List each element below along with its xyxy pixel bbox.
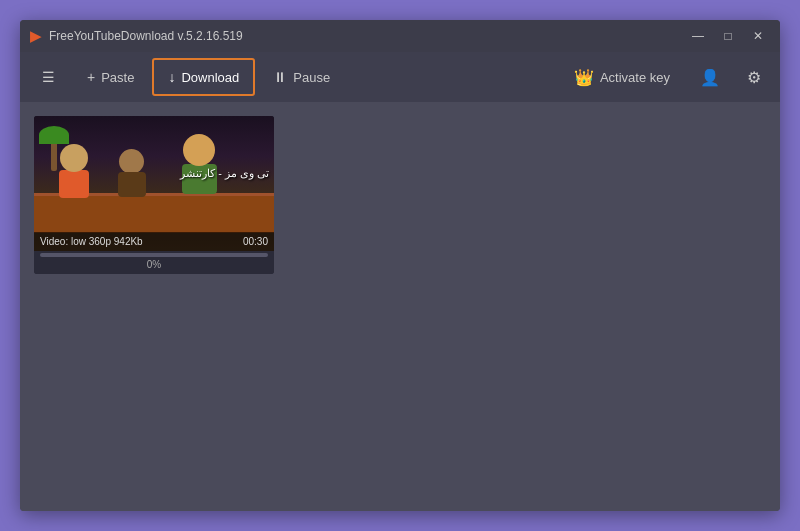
download-icon: ↓ bbox=[168, 69, 175, 85]
toolbar-right: 👑 Activate key 👤 ⚙ bbox=[560, 58, 772, 96]
title-bar: ▶ FreeYouTubeDownload v.5.2.16.519 — □ ✕ bbox=[20, 20, 780, 52]
download-label: Download bbox=[181, 70, 239, 85]
download-button[interactable]: ↓ Download bbox=[152, 58, 255, 96]
progress-container: 0% bbox=[34, 251, 274, 274]
account-button[interactable]: 👤 bbox=[692, 59, 728, 95]
arabic-text-overlay: تی وی مز - کارتنشر bbox=[180, 166, 269, 181]
video-card: تی وی مز - کارتنشر Video: low 360p 942Kb… bbox=[34, 116, 274, 274]
title-bar-left: ▶ FreeYouTubeDownload v.5.2.16.519 bbox=[30, 28, 243, 44]
content-area: تی وی مز - کارتنشر Video: low 360p 942Kb… bbox=[20, 102, 780, 511]
pause-button[interactable]: ⏸ Pause bbox=[259, 58, 344, 96]
video-meta-text: Video: low 360p 942Kb bbox=[40, 236, 143, 247]
char1-body bbox=[59, 170, 89, 198]
char3-head bbox=[183, 134, 215, 166]
stage-decoration bbox=[34, 193, 274, 233]
toolbar: ☰ + Paste ↓ Download ⏸ Pause 👑 Activate … bbox=[20, 52, 780, 102]
app-title: FreeYouTubeDownload v.5.2.16.519 bbox=[49, 29, 243, 43]
pause-icon: ⏸ bbox=[273, 69, 287, 85]
char2-body bbox=[118, 172, 146, 197]
app-window: ▶ FreeYouTubeDownload v.5.2.16.519 — □ ✕… bbox=[20, 20, 780, 511]
character-1 bbox=[54, 144, 94, 199]
video-info-bar: Video: low 360p 942Kb 00:30 bbox=[34, 232, 274, 251]
thumbnail-bg: تی وی مز - کارتنشر Video: low 360p 942Kb… bbox=[34, 116, 274, 251]
app-logo-icon: ▶ bbox=[30, 28, 41, 44]
arabic-line1: تی وی مز - کارتنشر bbox=[180, 166, 269, 181]
activate-label: Activate key bbox=[600, 70, 670, 85]
settings-button[interactable]: ⚙ bbox=[736, 59, 772, 95]
activate-key-button[interactable]: 👑 Activate key bbox=[560, 58, 684, 96]
maximize-button[interactable]: □ bbox=[714, 25, 742, 47]
window-controls: — □ ✕ bbox=[684, 25, 772, 47]
pause-label: Pause bbox=[293, 70, 330, 85]
video-thumbnail: تی وی مز - کارتنشر Video: low 360p 942Kb… bbox=[34, 116, 274, 251]
palm-leaf bbox=[39, 126, 69, 144]
progress-bar-bg bbox=[40, 253, 268, 257]
char2-head bbox=[119, 149, 144, 174]
video-duration: 00:30 bbox=[243, 236, 268, 247]
close-button[interactable]: ✕ bbox=[744, 25, 772, 47]
paste-button[interactable]: + Paste bbox=[73, 58, 148, 96]
crown-icon: 👑 bbox=[574, 68, 594, 87]
account-icon: 👤 bbox=[700, 68, 720, 87]
settings-icon: ⚙ bbox=[747, 68, 761, 87]
progress-label: 0% bbox=[40, 259, 268, 270]
paste-icon: + bbox=[87, 69, 95, 85]
character-2 bbox=[114, 149, 149, 199]
hamburger-icon: ☰ bbox=[42, 69, 55, 85]
char1-head bbox=[60, 144, 88, 172]
minimize-button[interactable]: — bbox=[684, 25, 712, 47]
paste-label: Paste bbox=[101, 70, 134, 85]
menu-button[interactable]: ☰ bbox=[28, 58, 69, 96]
